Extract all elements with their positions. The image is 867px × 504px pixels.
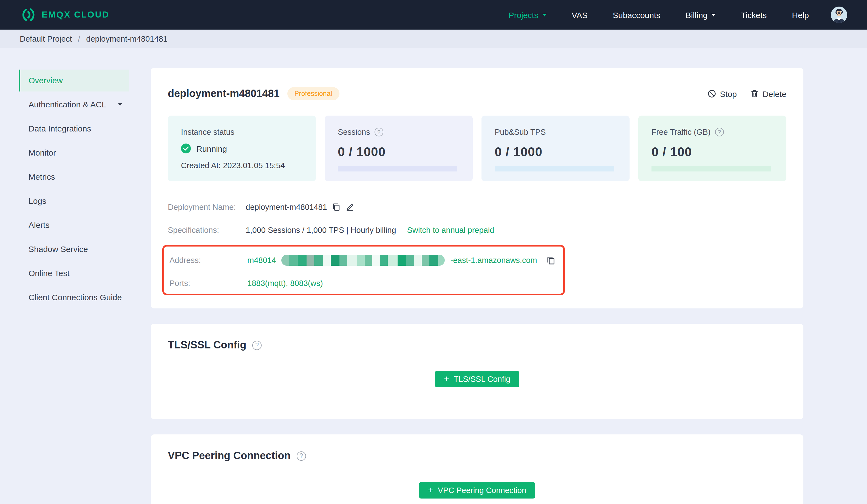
- breadcrumb: Default Project / deployment-m4801481: [0, 30, 867, 48]
- breadcrumb-separator: /: [78, 34, 80, 43]
- sidebar-item-data-integrations[interactable]: Data Integrations: [19, 118, 129, 140]
- check-circle-icon: [181, 143, 191, 153]
- pubsub-tps-progress-bar: [495, 166, 614, 172]
- stop-button[interactable]: Stop: [707, 89, 737, 98]
- deployment-name-label: Deployment Name:: [168, 203, 246, 211]
- stop-button-label: Stop: [720, 89, 737, 98]
- specifications-row: Specifications: 1,000 Sessions / 1,000 T…: [168, 222, 786, 238]
- brand-name: EMQX CLOUD: [42, 10, 109, 20]
- nav-item-help-label: Help: [792, 10, 809, 20]
- add-tls-ssl-config-button[interactable]: TLS/SSL Config: [435, 371, 519, 387]
- switch-annual-prepaid-link[interactable]: Switch to annual prepaid: [407, 226, 494, 234]
- pubsub-tps-label: Pub&Sub TPS: [495, 128, 546, 136]
- copy-icon: [332, 203, 341, 211]
- created-at-text: Created At: 2023.01.05 15:54: [181, 161, 303, 170]
- sessions-value: 0 / 1000: [338, 145, 460, 160]
- specifications-value: 1,000 Sessions / 1,000 TPS | Hourly bill…: [246, 226, 396, 234]
- sidebar-item-alerts[interactable]: Alerts: [19, 214, 129, 236]
- help-icon[interactable]: [715, 128, 724, 136]
- sidebar: Overview Authentication & ACL Data Integ…: [0, 48, 140, 311]
- nav-item-vas-label: VAS: [572, 10, 588, 20]
- pencil-icon: [346, 203, 354, 211]
- sessions-label: Sessions: [338, 128, 370, 136]
- chevron-down-icon: [711, 13, 716, 16]
- nav-item-vas[interactable]: VAS: [572, 10, 588, 20]
- pubsub-tps-card: Pub&Sub TPS 0 / 1000: [481, 116, 630, 181]
- sidebar-item-metrics-label: Metrics: [29, 172, 55, 181]
- copy-deployment-name-button[interactable]: [332, 203, 341, 211]
- ports-row: Ports: 1883(mqtt), 8083(ws): [170, 275, 563, 292]
- sidebar-item-monitor-label: Monitor: [29, 148, 56, 157]
- vpc-section-header: VPC Peering Connection: [168, 450, 786, 462]
- sidebar-item-logs[interactable]: Logs: [19, 190, 129, 212]
- help-icon[interactable]: [375, 128, 383, 136]
- address-highlight-box: Address: m48014 -east-1.amazonaws.com: [162, 245, 565, 295]
- vpc-peering-card: VPC Peering Connection VPC Peering Conne…: [151, 435, 803, 504]
- delete-button[interactable]: Delete: [750, 89, 786, 98]
- stop-icon: [707, 89, 716, 98]
- deployment-actions: Stop Delete: [707, 89, 786, 98]
- copy-icon: [546, 255, 556, 265]
- address-label: Address:: [170, 256, 247, 265]
- nav-links: Projects VAS Subaccounts Billing Tickets…: [509, 10, 822, 20]
- main-content: deployment-m4801481 Professional Stop: [140, 48, 867, 504]
- help-icon[interactable]: [297, 451, 306, 460]
- nav-item-projects[interactable]: Projects: [509, 10, 546, 20]
- free-traffic-card: Free Traffic (GB) 0 / 100: [638, 116, 786, 181]
- chevron-down-icon: [118, 103, 122, 106]
- sidebar-item-metrics[interactable]: Metrics: [19, 166, 129, 188]
- vpc-section-title: VPC Peering Connection: [168, 450, 291, 462]
- sidebar-item-online-test-label: Online Test: [29, 269, 69, 278]
- stat-cards: Instance status Running Created A: [168, 116, 786, 181]
- top-navbar: EMQX CLOUD Projects VAS Subaccounts Bill…: [0, 0, 867, 30]
- deployment-info: Deployment Name: deployment-m4801481: [168, 199, 786, 295]
- deployment-overview-card: deployment-m4801481 Professional Stop: [151, 68, 803, 308]
- trash-icon: [750, 89, 759, 98]
- specifications-label: Specifications:: [168, 226, 246, 234]
- sidebar-item-client-connections-guide-label: Client Connections Guide: [29, 293, 122, 302]
- nav-item-subaccounts[interactable]: Subaccounts: [613, 10, 660, 20]
- delete-button-label: Delete: [762, 89, 786, 98]
- address-row: Address: m48014 -east-1.amazonaws.com: [170, 252, 563, 269]
- chevron-down-icon: [542, 13, 546, 16]
- sidebar-item-overview-label: Overview: [29, 76, 63, 85]
- brand[interactable]: EMQX CLOUD: [20, 7, 109, 23]
- nav-item-tickets-label: Tickets: [741, 10, 767, 20]
- sidebar-item-online-test[interactable]: Online Test: [19, 262, 129, 284]
- nav-item-billing-label: Billing: [685, 10, 707, 20]
- copy-address-button[interactable]: [546, 255, 556, 265]
- sessions-progress-bar: [338, 166, 457, 172]
- user-avatar[interactable]: [831, 7, 847, 23]
- tls-ssl-config-card: TLS/SSL Config TLS/SSL Config: [151, 324, 803, 419]
- sidebar-item-authentication-acl[interactable]: Authentication & ACL: [19, 94, 129, 116]
- sidebar-item-monitor[interactable]: Monitor: [19, 142, 129, 164]
- add-vpc-peering-button[interactable]: VPC Peering Connection: [419, 482, 535, 498]
- sidebar-item-client-connections-guide[interactable]: Client Connections Guide: [19, 286, 129, 308]
- instance-status-label: Instance status: [181, 128, 234, 136]
- nav-item-billing[interactable]: Billing: [685, 10, 716, 20]
- help-icon[interactable]: [252, 340, 261, 350]
- address-redacted-segment: [281, 255, 445, 266]
- nav-item-help[interactable]: Help: [792, 10, 809, 20]
- viewport: EMQX CLOUD Projects VAS Subaccounts Bill…: [0, 0, 867, 504]
- plan-badge: Professional: [287, 87, 340, 100]
- plus-icon: [428, 485, 434, 494]
- breadcrumb-project[interactable]: Default Project: [20, 34, 72, 43]
- sidebar-item-logs-label: Logs: [29, 196, 46, 206]
- sidebar-item-overview[interactable]: Overview: [19, 69, 129, 91]
- add-vpc-peering-label: VPC Peering Connection: [438, 486, 526, 495]
- tls-section-header: TLS/SSL Config: [168, 339, 786, 351]
- free-traffic-label: Free Traffic (GB): [652, 128, 710, 136]
- instance-status-card: Instance status Running Created A: [168, 116, 316, 181]
- edit-deployment-name-button[interactable]: [346, 203, 354, 211]
- sidebar-item-data-integrations-label: Data Integrations: [29, 124, 91, 133]
- address-suffix: -east-1.amazonaws.com: [450, 256, 537, 265]
- deployment-title-row: deployment-m4801481 Professional Stop: [168, 85, 786, 102]
- nav-item-tickets[interactable]: Tickets: [741, 10, 767, 20]
- add-tls-ssl-config-label: TLS/SSL Config: [454, 375, 511, 383]
- free-traffic-value: 0 / 100: [652, 145, 773, 160]
- breadcrumb-deployment: deployment-m4801481: [86, 34, 168, 43]
- ports-value: 1883(mqtt), 8083(ws): [247, 279, 323, 288]
- plus-icon: [444, 374, 449, 383]
- sidebar-item-shadow-service[interactable]: Shadow Service: [19, 238, 129, 260]
